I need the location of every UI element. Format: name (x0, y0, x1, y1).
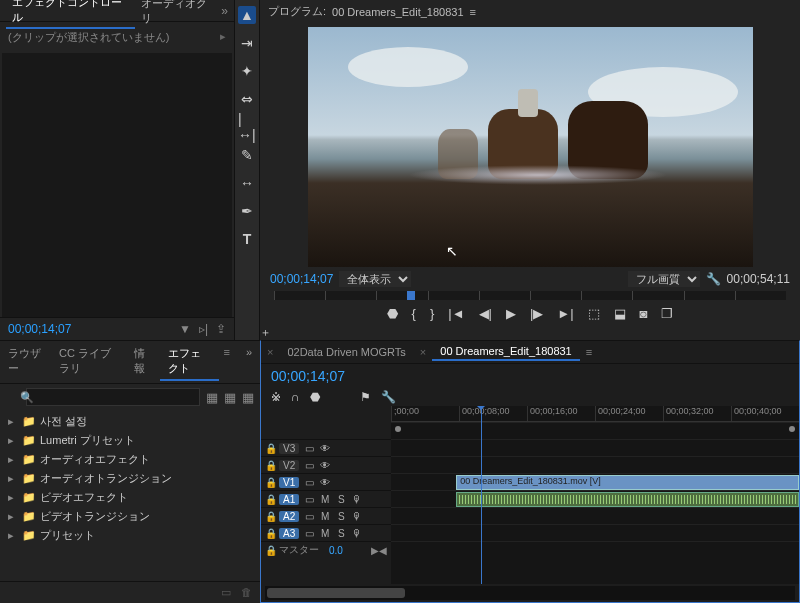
solo-icon[interactable]: S (335, 494, 347, 505)
toggle-output-icon[interactable]: ▭ (303, 528, 315, 539)
linked-selection-icon[interactable]: ∩ (291, 390, 300, 404)
timeline-ruler[interactable]: ;00;0000;00;08;0000;00;16;0000;00;24;000… (391, 406, 799, 422)
mute-icon[interactable]: M (319, 511, 331, 522)
caret-right-icon[interactable]: ▸ (220, 30, 226, 45)
effects-search-input[interactable] (26, 388, 200, 406)
timeline-playhead[interactable] (481, 406, 482, 584)
twirl-icon[interactable]: ▸ (8, 510, 18, 523)
close-tab-icon[interactable]: × (420, 346, 426, 358)
tab-effects[interactable]: エフェクト (160, 343, 220, 381)
panel-menu-icon[interactable] (586, 346, 592, 358)
toggle-output-icon[interactable]: ▭ (303, 494, 315, 505)
timeline-tab-2[interactable]: 00 Dreamers_Edit_180831 (432, 343, 579, 361)
panel-menu-icon[interactable] (219, 343, 233, 381)
track-label[interactable]: V2 (279, 460, 299, 471)
timeline-area[interactable]: ;00;0000;00;08;0000;00;16;0000;00;24;000… (391, 406, 799, 584)
track-label[interactable]: A1 (279, 494, 299, 505)
video-clip[interactable]: 00 Dreamers_Edit_180831.mov [V] (456, 475, 799, 490)
extract-icon[interactable]: ⬓ (614, 306, 626, 321)
audio-track-header[interactable]: 🔒A3▭MS🎙 (261, 524, 391, 541)
filter-icon[interactable]: ▼ (179, 322, 191, 336)
tab-cc-library[interactable]: CC ライブラリ (51, 343, 126, 381)
twirl-icon[interactable]: ▸ (8, 415, 18, 428)
in-bracket-icon[interactable]: { (412, 306, 416, 321)
toggle-output-icon[interactable]: ▭ (303, 443, 315, 454)
marker-icon[interactable]: ⬣ (387, 306, 398, 321)
track-label[interactable]: V1 (279, 477, 299, 488)
zoom-fit-dropdown[interactable]: 全体表示 (339, 271, 411, 287)
effects-folder[interactable]: ▸📁プリセット (4, 526, 256, 545)
marker-icon[interactable]: ⬣ (310, 390, 320, 404)
twirl-icon[interactable]: ▸ (8, 434, 18, 447)
export-frame-icon[interactable]: ◙ (640, 306, 648, 321)
tabs-overflow-icon[interactable]: » (238, 343, 260, 381)
preset-bin-icon[interactable]: ▦ (206, 390, 218, 405)
mute-icon[interactable]: M (319, 494, 331, 505)
playhead-indicator[interactable] (407, 291, 415, 300)
play-icon[interactable]: ▶ (506, 306, 516, 321)
eye-icon[interactable]: 👁 (319, 460, 331, 471)
video-track-header[interactable]: 🔒V3▭👁 (261, 439, 391, 456)
rate-stretch-tool-icon[interactable]: |↔| (238, 118, 256, 136)
lock-icon[interactable]: 🔒 (265, 511, 275, 522)
add-button-icon[interactable]: ＋ (260, 325, 800, 340)
rolling-edit-tool-icon[interactable]: ⇔ (238, 90, 256, 108)
toggle-output-icon[interactable]: ▭ (303, 477, 315, 488)
type-tool-icon[interactable]: T (238, 230, 256, 248)
timeline-tab-1[interactable]: 02Data Driven MOGRTs (279, 344, 413, 360)
ripple-edit-tool-icon[interactable]: ✦ (238, 62, 256, 80)
effects-folder[interactable]: ▸📁オーディオエフェクト (4, 450, 256, 469)
twirl-icon[interactable]: ▸ (8, 453, 18, 466)
lift-icon[interactable]: ⬚ (588, 306, 600, 321)
effects-folder[interactable]: ▸📁ビデオトランジション (4, 507, 256, 526)
lock-icon[interactable]: 🔒 (265, 460, 275, 471)
audio-track-header[interactable]: 🔒A1▭MS🎙 (261, 490, 391, 507)
tab-info[interactable]: 情報 (126, 343, 160, 381)
selection-tool-icon[interactable]: ▲ (238, 6, 256, 24)
sequence-settings-icon[interactable]: ⚑ (360, 390, 371, 404)
effects-folder[interactable]: ▸📁ビデオエフェクト (4, 488, 256, 507)
eye-icon[interactable]: 👁 (319, 443, 331, 454)
effects-folder[interactable]: ▸📁Lumetri プリセット (4, 431, 256, 450)
solo-icon[interactable]: S (335, 511, 347, 522)
tab-browser[interactable]: ラウザー (0, 343, 51, 381)
lock-icon[interactable]: 🔒 (265, 443, 275, 454)
video-track-header[interactable]: 🔒V2▭👁 (261, 456, 391, 473)
lock-icon[interactable]: 🔒 (265, 477, 275, 488)
preset-bin-icon-2[interactable]: ▦ (224, 390, 236, 405)
track-select-tool-icon[interactable]: ⇥ (238, 34, 256, 52)
voice-icon[interactable]: 🎙 (351, 511, 363, 522)
audio-track-header[interactable]: 🔒A2▭MS🎙 (261, 507, 391, 524)
lock-icon[interactable]: 🔒 (265, 494, 275, 505)
program-sequence-name[interactable]: 00 Dreamers_Edit_180831 (332, 6, 463, 18)
wrench-icon[interactable]: 🔧 (381, 390, 396, 404)
lock-icon[interactable]: 🔒 (265, 545, 275, 556)
preset-bin-icon-3[interactable]: ▦ (242, 390, 254, 405)
goto-in-icon[interactable]: |◄ (448, 306, 464, 321)
twirl-icon[interactable]: ▸ (8, 491, 18, 504)
step-icon[interactable]: ▹| (199, 322, 208, 336)
step-fwd-icon[interactable]: |▶ (530, 306, 543, 321)
goto-out-icon[interactable]: ►| (557, 306, 573, 321)
close-all-icon[interactable]: × (267, 346, 273, 358)
program-duration[interactable]: 00;00;54;11 (727, 272, 790, 286)
collapse-icon[interactable]: ▶◀ (371, 545, 387, 556)
solo-icon[interactable]: S (335, 528, 347, 539)
pen-tool-icon[interactable]: ✒ (238, 202, 256, 220)
out-bracket-icon[interactable]: } (430, 306, 434, 321)
trash-icon[interactable]: 🗑 (241, 586, 252, 599)
snap-icon[interactable]: ※ (271, 390, 281, 404)
video-track-header[interactable]: 🔒V1▭👁 (261, 473, 391, 490)
master-value[interactable]: 0.0 (329, 545, 343, 556)
fx-timecode[interactable]: 00;00;14;07 (8, 322, 71, 336)
effects-folder[interactable]: ▸📁オーディオトランジション (4, 469, 256, 488)
tabs-overflow-icon[interactable]: » (221, 4, 228, 18)
master-track-header[interactable]: 🔒マスター0.0▶◀ (261, 541, 391, 558)
track-label[interactable]: V3 (279, 443, 299, 454)
audio-clip-a1[interactable] (456, 492, 799, 507)
zoom-handle[interactable] (267, 588, 405, 598)
slip-tool-icon[interactable]: ↔ (238, 174, 256, 192)
effects-tree[interactable]: ▸📁사전 설정▸📁Lumetri プリセット▸📁オーディオエフェクト▸📁オーディ… (0, 410, 260, 581)
panel-menu-icon[interactable] (470, 6, 476, 18)
track-label[interactable]: A3 (279, 528, 299, 539)
